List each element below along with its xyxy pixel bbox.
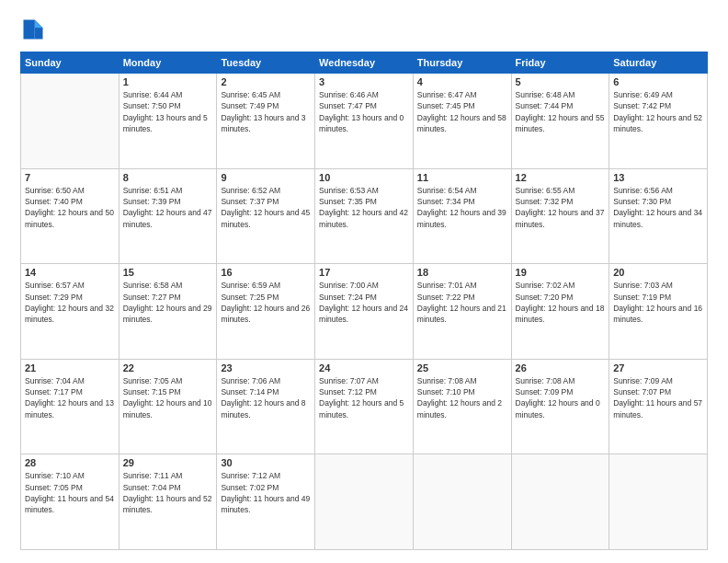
day-number: 5 <box>516 76 606 87</box>
sunrise-text: Sunrise: 7:03 AM <box>613 280 703 291</box>
calendar-header-row: SundayMondayTuesdayWednesdayThursdayFrid… <box>21 52 708 74</box>
sunset-text: Sunset: 7:44 PM <box>516 100 606 111</box>
sunset-text: Sunset: 7:07 PM <box>613 386 703 397</box>
daylight-text: Daylight: 11 hours and 52 minutes. <box>123 493 213 516</box>
day-number: 9 <box>221 172 311 183</box>
sunset-text: Sunset: 7:27 PM <box>123 292 213 303</box>
calendar-cell: 18Sunrise: 7:01 AMSunset: 7:22 PMDayligh… <box>413 264 511 360</box>
sunset-text: Sunset: 7:09 PM <box>516 386 606 397</box>
daylight-text: Daylight: 12 hours and 24 minutes. <box>319 303 409 326</box>
calendar-cell: 19Sunrise: 7:02 AMSunset: 7:20 PMDayligh… <box>511 264 609 360</box>
calendar-cell: 23Sunrise: 7:06 AMSunset: 7:14 PMDayligh… <box>217 359 315 454</box>
calendar-cell: 24Sunrise: 7:07 AMSunset: 7:12 PMDayligh… <box>315 359 414 454</box>
sunrise-text: Sunrise: 6:53 AM <box>319 185 409 196</box>
sunset-text: Sunset: 7:29 PM <box>25 292 115 303</box>
sunset-text: Sunset: 7:42 PM <box>613 100 703 111</box>
day-number: 24 <box>319 362 409 373</box>
sunrise-text: Sunrise: 7:04 AM <box>25 375 115 386</box>
calendar-cell: 15Sunrise: 6:58 AMSunset: 7:27 PMDayligh… <box>119 264 217 360</box>
day-number: 1 <box>123 76 213 87</box>
sunrise-text: Sunrise: 6:57 AM <box>25 280 115 291</box>
day-number: 19 <box>516 267 606 278</box>
sunset-text: Sunset: 7:05 PM <box>25 482 115 493</box>
day-number: 20 <box>613 267 703 278</box>
sunrise-text: Sunrise: 6:48 AM <box>516 89 606 100</box>
calendar-week-2: 7Sunrise: 6:50 AMSunset: 7:40 PMDaylight… <box>21 168 708 264</box>
sunrise-text: Sunrise: 6:50 AM <box>25 185 115 196</box>
daylight-text: Daylight: 12 hours and 34 minutes. <box>613 207 703 230</box>
day-number: 10 <box>319 172 409 183</box>
daylight-text: Daylight: 13 hours and 5 minutes. <box>123 112 213 135</box>
day-number: 8 <box>123 172 213 183</box>
sunrise-text: Sunrise: 7:02 AM <box>516 280 606 291</box>
page: SundayMondayTuesdayWednesdayThursdayFrid… <box>0 0 728 563</box>
sunset-text: Sunset: 7:45 PM <box>417 100 507 111</box>
header <box>20 17 708 42</box>
daylight-text: Daylight: 12 hours and 18 minutes. <box>516 303 606 326</box>
calendar-cell: 27Sunrise: 7:09 AMSunset: 7:07 PMDayligh… <box>609 359 708 454</box>
sunset-text: Sunset: 7:15 PM <box>123 386 213 397</box>
calendar-cell: 13Sunrise: 6:56 AMSunset: 7:30 PMDayligh… <box>609 168 708 264</box>
calendar-week-4: 21Sunrise: 7:04 AMSunset: 7:17 PMDayligh… <box>21 359 708 454</box>
sunrise-text: Sunrise: 6:56 AM <box>613 185 703 196</box>
sunrise-text: Sunrise: 6:44 AM <box>123 89 213 100</box>
sunrise-text: Sunrise: 7:09 AM <box>613 375 703 386</box>
day-number: 12 <box>516 172 606 183</box>
daylight-text: Daylight: 12 hours and 47 minutes. <box>123 207 213 230</box>
col-header-friday: Friday <box>511 52 609 74</box>
daylight-text: Daylight: 12 hours and 16 minutes. <box>613 303 703 326</box>
calendar-cell: 10Sunrise: 6:53 AMSunset: 7:35 PMDayligh… <box>315 168 414 264</box>
calendar-cell: 17Sunrise: 7:00 AMSunset: 7:24 PMDayligh… <box>315 264 414 360</box>
day-number: 7 <box>25 172 115 183</box>
sunrise-text: Sunrise: 6:52 AM <box>221 185 311 196</box>
sunset-text: Sunset: 7:50 PM <box>123 100 213 111</box>
sunrise-text: Sunrise: 6:46 AM <box>319 89 409 100</box>
day-number: 22 <box>123 362 213 373</box>
calendar-cell <box>609 454 708 550</box>
daylight-text: Daylight: 11 hours and 57 minutes. <box>613 397 703 420</box>
calendar-cell: 26Sunrise: 7:08 AMSunset: 7:09 PMDayligh… <box>511 359 609 454</box>
daylight-text: Daylight: 12 hours and 42 minutes. <box>319 207 409 230</box>
sunset-text: Sunset: 7:04 PM <box>123 482 213 493</box>
day-number: 28 <box>25 457 115 468</box>
sunrise-text: Sunrise: 7:06 AM <box>221 375 311 386</box>
daylight-text: Daylight: 12 hours and 29 minutes. <box>123 303 213 326</box>
sunset-text: Sunset: 7:25 PM <box>221 292 311 303</box>
calendar-week-1: 1Sunrise: 6:44 AMSunset: 7:50 PMDaylight… <box>21 74 708 169</box>
daylight-text: Daylight: 12 hours and 21 minutes. <box>417 303 507 326</box>
calendar-cell: 3Sunrise: 6:46 AMSunset: 7:47 PMDaylight… <box>315 74 414 169</box>
sunset-text: Sunset: 7:30 PM <box>613 196 703 207</box>
sunrise-text: Sunrise: 7:10 AM <box>25 470 115 481</box>
daylight-text: Daylight: 12 hours and 52 minutes. <box>613 112 703 135</box>
logo-icon <box>20 17 46 42</box>
daylight-text: Daylight: 12 hours and 10 minutes. <box>123 397 213 420</box>
sunset-text: Sunset: 7:19 PM <box>613 292 703 303</box>
calendar-cell: 28Sunrise: 7:10 AMSunset: 7:05 PMDayligh… <box>21 454 119 550</box>
calendar-cell: 4Sunrise: 6:47 AMSunset: 7:45 PMDaylight… <box>413 74 511 169</box>
col-header-tuesday: Tuesday <box>217 52 315 74</box>
calendar-cell <box>315 454 414 550</box>
sunrise-text: Sunrise: 7:12 AM <box>221 470 311 481</box>
calendar-cell: 9Sunrise: 6:52 AMSunset: 7:37 PMDaylight… <box>217 168 315 264</box>
calendar-cell: 20Sunrise: 7:03 AMSunset: 7:19 PMDayligh… <box>609 264 708 360</box>
daylight-text: Daylight: 12 hours and 8 minutes. <box>221 397 311 420</box>
col-header-monday: Monday <box>119 52 217 74</box>
calendar-cell: 6Sunrise: 6:49 AMSunset: 7:42 PMDaylight… <box>609 74 708 169</box>
svg-marker-1 <box>35 20 43 29</box>
daylight-text: Daylight: 12 hours and 50 minutes. <box>25 207 115 230</box>
sunrise-text: Sunrise: 7:07 AM <box>319 375 409 386</box>
sunset-text: Sunset: 7:35 PM <box>319 196 409 207</box>
daylight-text: Daylight: 11 hours and 54 minutes. <box>25 493 115 516</box>
day-number: 21 <box>25 362 115 373</box>
calendar-cell: 25Sunrise: 7:08 AMSunset: 7:10 PMDayligh… <box>413 359 511 454</box>
calendar-cell: 1Sunrise: 6:44 AMSunset: 7:50 PMDaylight… <box>119 74 217 169</box>
sunset-text: Sunset: 7:02 PM <box>221 482 311 493</box>
day-number: 23 <box>221 362 311 373</box>
sunrise-text: Sunrise: 6:58 AM <box>123 280 213 291</box>
daylight-text: Daylight: 12 hours and 58 minutes. <box>417 112 507 135</box>
sunset-text: Sunset: 7:47 PM <box>319 100 409 111</box>
sunset-text: Sunset: 7:20 PM <box>516 292 606 303</box>
day-number: 6 <box>613 76 703 87</box>
calendar-cell <box>511 454 609 550</box>
calendar-cell: 21Sunrise: 7:04 AMSunset: 7:17 PMDayligh… <box>21 359 119 454</box>
